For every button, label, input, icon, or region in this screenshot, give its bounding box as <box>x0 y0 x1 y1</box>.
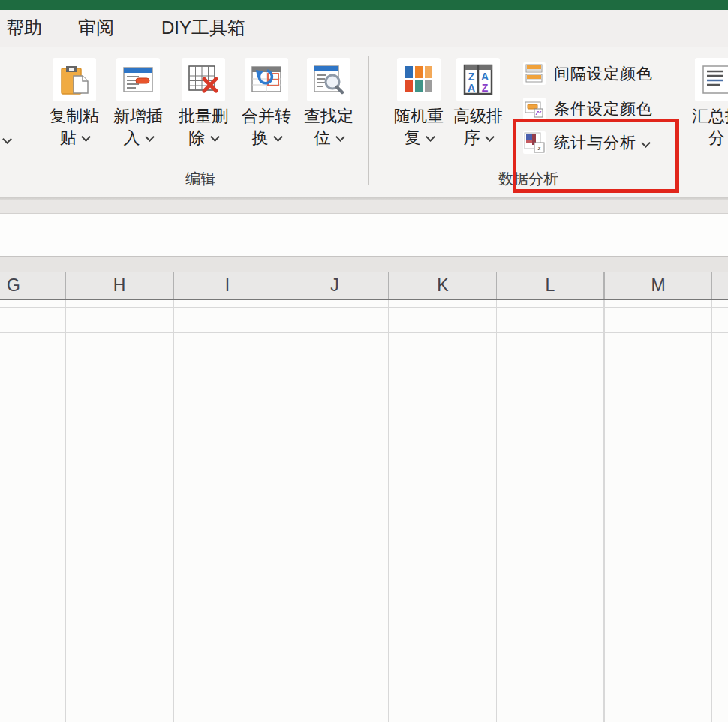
chevron-down-icon <box>273 132 283 142</box>
tab-help[interactable]: 帮助 <box>6 10 42 47</box>
interval-color-icon <box>523 62 546 85</box>
group-separator <box>368 56 369 185</box>
chevron-down-icon <box>81 132 91 142</box>
find-locate-button[interactable]: 查找定 位 <box>296 58 362 149</box>
chevron-down-icon <box>145 132 155 142</box>
random-repeat-button[interactable]: 随机重 复 <box>386 58 452 149</box>
button-label: 除 <box>189 128 206 147</box>
button-label: 高级排 <box>445 105 511 127</box>
svg-text:Z: Z <box>482 82 489 94</box>
copy-paste-button[interactable]: 复制粘 贴 <box>41 58 107 149</box>
group-separator <box>32 56 32 185</box>
spacer-band <box>0 256 728 272</box>
summary-split-icon <box>695 58 728 101</box>
insert-rows-button[interactable]: 新增插 入 <box>105 58 171 149</box>
button-label: 复制粘 <box>41 105 107 127</box>
button-label: 入 <box>124 128 140 147</box>
spreadsheet-grid[interactable] <box>0 300 728 722</box>
random-repeat-icon <box>397 58 441 101</box>
advanced-sort-button[interactable]: Z A A Z 高级排 序 <box>445 58 511 149</box>
formula-bar-area[interactable] <box>0 214 728 256</box>
group-inner-separator <box>513 56 513 119</box>
batch-delete-button[interactable]: 批量删 除 <box>170 58 236 149</box>
column-header-i[interactable]: I <box>225 275 230 296</box>
column-header-k[interactable]: K <box>437 275 448 296</box>
button-label: 新增插 <box>105 105 171 127</box>
button-label: 条件设定颜色 <box>554 98 653 119</box>
chevron-down-icon <box>210 132 220 142</box>
ribbon: 复制粘 贴 新增插 入 <box>0 47 728 197</box>
condition-color-icon <box>523 98 546 120</box>
excel-window: 帮助 审阅 DIY工具箱 复制粘 贴 <box>0 0 728 722</box>
tab-review[interactable]: 审阅 <box>78 10 114 47</box>
svg-text:A: A <box>468 82 475 94</box>
merge-convert-icon <box>245 58 288 101</box>
button-label: 合并转 <box>233 105 299 127</box>
button-label: 间隔设定颜色 <box>554 63 653 84</box>
summary-split-button[interactable]: 汇总拆 分 <box>684 58 728 149</box>
column-header-g[interactable]: G <box>7 275 20 296</box>
button-label: 贴 <box>60 128 77 147</box>
button-label: 位 <box>314 128 331 147</box>
advanced-sort-icon: Z A A Z <box>456 58 500 101</box>
spacer-band <box>0 200 728 214</box>
button-label: 随机重 <box>386 105 452 127</box>
button-label: 查找定 <box>296 105 362 127</box>
button-label: 换 <box>252 128 269 147</box>
button-label: 批量删 <box>170 105 236 127</box>
ribbon-tab-bar: 帮助 审阅 DIY工具箱 <box>0 10 728 47</box>
batch-delete-icon <box>182 58 225 101</box>
svg-text:A: A <box>481 71 489 83</box>
button-label: 汇总拆 <box>684 105 728 127</box>
button-label: 复 <box>405 128 421 147</box>
column-header-m[interactable]: M <box>651 275 665 296</box>
clipboard-paste-icon <box>53 58 96 101</box>
button-label: 分 <box>708 128 725 147</box>
titlebar <box>0 0 728 10</box>
button-label: 序 <box>464 128 480 147</box>
merge-convert-button[interactable]: 合并转 换 <box>233 58 299 149</box>
find-locate-icon <box>307 58 350 101</box>
chevron-down-icon <box>426 132 435 142</box>
interval-color-button[interactable]: 间隔设定颜色 <box>523 59 653 89</box>
column-header-h[interactable]: H <box>113 275 126 296</box>
column-header-j[interactable]: J <box>330 275 339 296</box>
column-header-l[interactable]: L <box>546 275 555 296</box>
ribbon-overflow-chevron-icon[interactable] <box>2 134 12 144</box>
column-header-row: G H I J K L M <box>0 272 728 300</box>
tab-diy-toolbox[interactable]: DIY工具箱 <box>161 10 245 47</box>
chevron-down-icon <box>485 132 495 142</box>
highlight-box <box>513 119 679 193</box>
insert-rows-icon <box>116 58 160 101</box>
group-label-edit: 编辑 <box>125 169 275 189</box>
chevron-down-icon <box>335 132 345 142</box>
svg-text:Z: Z <box>468 71 475 83</box>
